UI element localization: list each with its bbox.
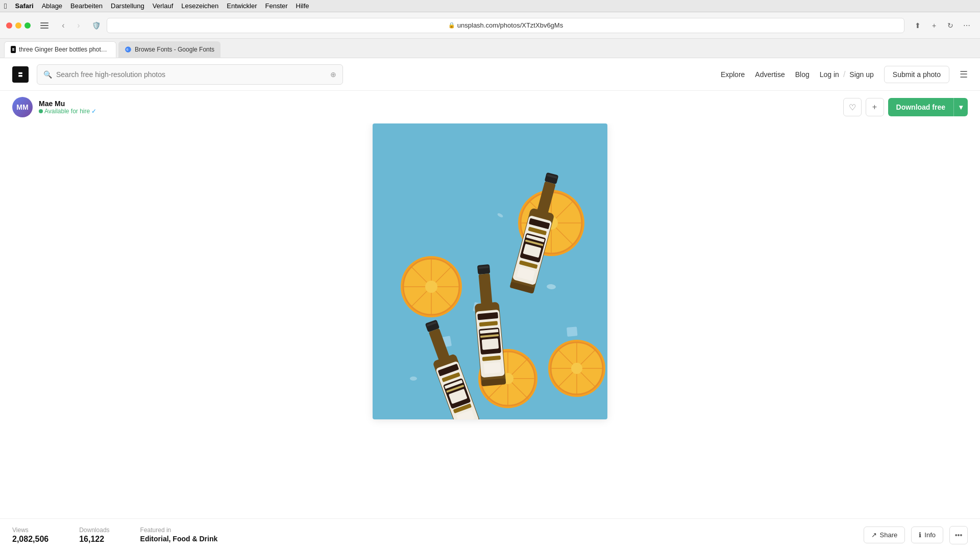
svg-rect-2 — [40, 28, 48, 29]
tab-label-unsplash: three Ginger Beer bottles photo – Free F… — [19, 46, 110, 53]
macos-menubar:  Safari Ablage Bearbeiten Darstellung V… — [0, 0, 980, 12]
svg-point-18 — [410, 377, 417, 381]
tab-google-fonts[interactable]: G Browse Fonts - Google Fonts — [118, 41, 220, 58]
svg-rect-12 — [567, 327, 577, 337]
submit-photo-button[interactable]: Submit a photo — [884, 66, 949, 83]
downloads-label: Downloads — [79, 527, 109, 534]
info-actions: ↗ Share ℹ Info ••• — [864, 526, 968, 544]
download-button[interactable]: Download free ▾ — [888, 98, 968, 116]
available-badge: Available for hire ✓ — [39, 108, 96, 115]
search-icon: 🔍 — [43, 70, 52, 79]
svg-rect-76 — [482, 338, 499, 350]
hamburger-menu[interactable]: ☰ — [960, 69, 968, 80]
svg-point-26 — [425, 281, 437, 293]
explore-link[interactable]: Explore — [721, 70, 745, 79]
info-button[interactable]: ℹ Info — [911, 527, 943, 543]
add-to-collection-button[interactable]: + — [866, 98, 884, 116]
photographer-bar: MM Mae Mu Available for hire ✓ ♡ + Downl… — [0, 91, 980, 123]
tabs-bar: three Ginger Beer bottles photo – Free F… — [0, 39, 980, 58]
featured-value: Editorial, Food & Drink — [140, 535, 218, 543]
photo-page: MM Mae Mu Available for hire ✓ ♡ + Downl… — [0, 91, 980, 551]
advertise-link[interactable]: Advertise — [755, 70, 785, 79]
svg-rect-1 — [40, 25, 48, 26]
photographer-name[interactable]: Mae Mu — [39, 99, 96, 108]
verlauf-menu[interactable]: Verlauf — [153, 2, 173, 10]
share-browser-button[interactable]: ⬆ — [911, 18, 925, 33]
downloads-stat: Downloads 16,122 — [79, 527, 109, 544]
available-text: Available for hire — [44, 108, 90, 115]
photo-main — [0, 123, 980, 518]
fenster-menu[interactable]: Fenster — [265, 2, 288, 10]
svg-rect-78 — [484, 362, 501, 374]
signup-link[interactable]: Sign up — [849, 70, 873, 79]
share-icon: ↗ — [871, 531, 877, 539]
views-label: Views — [12, 527, 48, 534]
svg-rect-66 — [477, 264, 490, 274]
header-nav: Explore Advertise Blog Log in / Sign up … — [721, 66, 968, 83]
featured-label: Featured in — [140, 527, 218, 534]
tab-unsplash[interactable]: three Ginger Beer bottles photo – Free F… — [4, 41, 116, 58]
shield-icon: 🛡️ — [92, 21, 101, 30]
browser-actions: ⬆ + ↻ ⋯ — [911, 18, 974, 33]
like-button[interactable]: ♡ — [843, 98, 862, 116]
share-label: Share — [880, 531, 898, 539]
svg-rect-0 — [40, 22, 48, 23]
new-tab-button[interactable]: + — [927, 18, 941, 33]
svg-text:G: G — [127, 48, 129, 51]
avatar[interactable]: MM — [12, 97, 33, 117]
more-options-button[interactable]: ••• — [949, 526, 968, 544]
safari-menu[interactable]: Safari — [15, 2, 33, 10]
unsplash-favicon — [11, 46, 16, 53]
download-dropdown-icon[interactable]: ▾ — [954, 103, 968, 111]
tab-label-google-fonts: Browse Fonts - Google Fonts — [135, 46, 214, 53]
auth-divider: / — [843, 70, 845, 79]
share-button[interactable]: ↗ Share — [864, 527, 905, 543]
avatar-initials: MM — [16, 103, 28, 111]
available-dot — [39, 109, 43, 113]
download-label: Download free — [888, 103, 953, 111]
sidebar-toggle-button[interactable] — [39, 20, 50, 31]
address-bar[interactable]: 🔒 unsplash.com/photos/XTztXbv6gMs — [107, 18, 904, 33]
reload-button[interactable]: ↻ — [943, 18, 958, 33]
auth-section: Log in / Sign up — [820, 70, 874, 79]
info-bar: Views 2,082,506 Downloads 16,122 Feature… — [0, 518, 980, 551]
unsplash-logo[interactable] — [12, 66, 29, 83]
photo-container — [373, 123, 607, 419]
svg-point-50 — [571, 363, 582, 374]
back-button[interactable]: ‹ — [56, 18, 70, 33]
close-window-button[interactable] — [6, 22, 12, 29]
maximize-window-button[interactable] — [24, 22, 31, 29]
photo-actions: ♡ + Download free ▾ — [843, 98, 968, 116]
search-input[interactable] — [56, 70, 326, 79]
lock-icon: 🔒 — [448, 22, 455, 29]
blog-link[interactable]: Blog — [795, 70, 810, 79]
featured-stat: Featured in Editorial, Food & Drink — [140, 527, 218, 544]
lesezeichen-menu[interactable]: Lesezeichen — [181, 2, 218, 10]
entwickler-menu[interactable]: Entwickler — [227, 2, 257, 10]
google-fonts-favicon: G — [125, 46, 132, 53]
downloads-value: 16,122 — [79, 535, 109, 544]
views-stat: Views 2,082,506 — [12, 527, 48, 544]
traffic-lights — [6, 22, 31, 29]
login-link[interactable]: Log in — [820, 70, 839, 79]
more-icon: ••• — [955, 531, 963, 539]
main-photo — [373, 123, 607, 419]
ablage-menu[interactable]: Ablage — [42, 2, 62, 10]
bearbeiten-menu[interactable]: Bearbeiten — [70, 2, 103, 10]
nav-buttons: ‹ › — [56, 18, 86, 33]
hilfe-menu[interactable]: Hilfe — [296, 2, 309, 10]
search-bar[interactable]: 🔍 ⊕ — [37, 64, 343, 85]
minimize-window-button[interactable] — [15, 22, 21, 29]
apple-menu[interactable]:  — [4, 2, 7, 10]
visual-search-icon[interactable]: ⊕ — [330, 70, 336, 79]
unsplash-header: 🔍 ⊕ Explore Advertise Blog Log in / Sign… — [0, 58, 980, 91]
browser-chrome: ‹ › 🛡️ 🔒 unsplash.com/photos/XTztXbv6gMs… — [0, 12, 980, 39]
extensions-button[interactable]: ⋯ — [960, 18, 974, 33]
forward-button[interactable]: › — [71, 18, 86, 33]
darstellung-menu[interactable]: Darstellung — [111, 2, 144, 10]
url-text: unsplash.com/photos/XTztXbv6gMs — [457, 21, 563, 29]
verified-icon: ✓ — [91, 108, 96, 115]
info-label: Info — [924, 531, 936, 539]
photographer-info: MM Mae Mu Available for hire ✓ — [12, 97, 96, 117]
info-icon: ℹ — [919, 531, 921, 539]
